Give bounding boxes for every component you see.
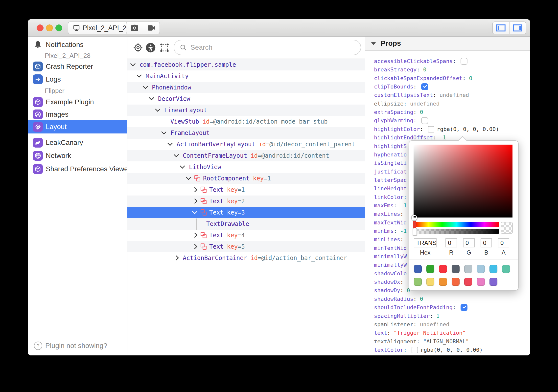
saturation-value-area[interactable] (414, 145, 512, 218)
preset-color-swatch[interactable] (439, 265, 447, 273)
tree-row[interactable]: ActionBarContainerid=@id/action_bar_cont… (127, 252, 365, 264)
chevron-right-icon[interactable] (193, 196, 200, 207)
checkbox-checked[interactable] (461, 304, 467, 311)
green-label: G (463, 249, 475, 256)
preset-color-swatch[interactable] (464, 278, 472, 286)
chevron-down-icon[interactable] (156, 105, 163, 116)
preset-color-swatch[interactable] (426, 265, 434, 273)
chevron-right-icon[interactable] (193, 241, 200, 253)
chevron-down-icon[interactable] (143, 82, 151, 93)
hue-slider[interactable] (414, 222, 499, 227)
chevron-down-icon[interactable] (174, 150, 182, 162)
prop-row: ellipsize: undefined (374, 100, 440, 108)
color-value-swatch[interactable] (428, 126, 434, 132)
props-section-header[interactable]: Props (365, 37, 530, 51)
chevron-right-icon[interactable] (174, 253, 182, 264)
sidebar-item-crash-reporter[interactable]: Crash Reporter (28, 60, 127, 73)
preset-color-swatch[interactable] (477, 265, 485, 273)
color-value-swatch[interactable] (412, 347, 418, 353)
chevron-down-icon[interactable] (193, 207, 200, 218)
search-input[interactable] (190, 41, 357, 54)
saturation-value-handle[interactable] (412, 215, 417, 220)
chevron-down-icon[interactable] (187, 173, 194, 184)
preset-color-swatch[interactable] (477, 278, 485, 286)
prop-row: maxEms: -1 (374, 201, 407, 210)
sidebar-item-images[interactable]: Images (28, 108, 127, 121)
sidebar-item-shared-preferences[interactable]: Shared Preferences Viewer (28, 162, 127, 176)
tree-row[interactable]: Textkey=3 (127, 207, 365, 218)
alpha-input[interactable] (498, 238, 509, 247)
toggle-left-sidebar-button[interactable] (493, 22, 509, 34)
chevron-down-icon[interactable] (181, 162, 188, 173)
flipper-window: Pixel_2_API_28 (28, 19, 530, 355)
alpha-slider-handle[interactable] (413, 228, 417, 236)
tree-row[interactable]: MainActivity (127, 70, 365, 82)
sidebar-item-example-plugin[interactable]: Example Plugin (28, 95, 127, 109)
sidebar-item-network[interactable]: Network (28, 149, 127, 162)
question-icon: ? (34, 342, 42, 350)
preset-color-swatch[interactable] (414, 265, 422, 273)
tree-row[interactable]: ContentFrameLayoutid=@android:id/content (127, 150, 365, 161)
tree-row[interactable]: ActionBarOverlayLayoutid=@id/decor_conte… (127, 139, 365, 150)
preset-color-swatch[interactable] (414, 278, 422, 286)
tree-node-attr-name: key (227, 186, 238, 193)
tree-row[interactable]: DecorView (127, 93, 365, 105)
sidebar-item-notifications[interactable]: Notifications (28, 38, 127, 51)
red-input[interactable] (445, 238, 457, 247)
toggle-right-sidebar-button[interactable] (509, 22, 526, 34)
sidebar-item-leakcanary[interactable]: LeakCanary (28, 136, 127, 149)
target-mode-icon[interactable] (133, 43, 143, 53)
tree-row[interactable]: Textkey=5 (127, 241, 365, 252)
chevron-right-icon[interactable] (193, 184, 200, 196)
blue-input[interactable] (481, 238, 492, 247)
green-input[interactable] (463, 238, 475, 247)
sidebar-item-layout[interactable]: Layout (28, 120, 127, 133)
preset-color-swatch[interactable] (452, 265, 460, 273)
tree-row[interactable]: Textkey=2 (127, 196, 365, 207)
tree-row[interactable]: PhoneWindow (127, 82, 365, 93)
tree-row[interactable]: LithoView (127, 161, 365, 173)
screen-record-button[interactable] (143, 22, 160, 34)
alpha-slider[interactable] (414, 229, 499, 234)
tree-node-name: RootComponent (203, 175, 250, 182)
chevron-down-icon[interactable] (137, 71, 145, 82)
hex-input[interactable] (414, 238, 437, 247)
preset-color-swatch[interactable] (502, 265, 510, 273)
screenshot-button[interactable] (126, 22, 143, 34)
chevron-down-icon[interactable] (162, 128, 169, 139)
zoom-window-button[interactable] (55, 24, 62, 31)
prop-row: isSingleLi (374, 159, 407, 167)
preset-color-swatch[interactable] (489, 278, 497, 286)
chevron-down-icon[interactable] (150, 93, 157, 105)
prop-separator: : (453, 58, 459, 64)
checkbox-checked[interactable] (421, 83, 428, 90)
prop-separator: : (387, 330, 394, 336)
checkbox-unchecked[interactable] (421, 117, 428, 124)
preset-color-swatch[interactable] (439, 278, 447, 286)
prop-separator: : (413, 321, 420, 327)
tree-row[interactable]: TextDrawable (127, 218, 365, 230)
tree-row[interactable]: FrameLayout (127, 127, 365, 139)
chevron-down-icon[interactable] (131, 59, 139, 71)
prop-row: minimallyW (374, 261, 407, 269)
chevron-down-icon[interactable] (168, 139, 176, 150)
preset-color-swatch[interactable] (426, 278, 434, 286)
preset-color-swatch[interactable] (452, 278, 460, 286)
sidebar-item-logs[interactable]: Logs (28, 73, 127, 86)
select-element-icon[interactable] (159, 43, 170, 53)
tree-row[interactable]: LinearLayout (127, 105, 365, 116)
device-selector-button[interactable]: Pixel_2_API_28 (68, 22, 135, 34)
accessibility-mode-icon[interactable] (145, 43, 156, 53)
checkbox-unchecked[interactable] (461, 58, 467, 65)
minimize-window-button[interactable] (46, 24, 53, 31)
chevron-right-icon[interactable] (193, 230, 200, 241)
tree-row[interactable]: RootComponentkey=1 (127, 173, 365, 184)
close-window-button[interactable] (37, 24, 44, 31)
preset-color-swatch[interactable] (489, 265, 497, 273)
tree-row[interactable]: com.facebook.flipper.sample (127, 59, 365, 70)
tree-row[interactable]: Textkey=4 (127, 230, 365, 241)
preset-color-swatch[interactable] (464, 265, 472, 273)
tree-row[interactable]: Textkey=1 (127, 184, 365, 196)
plugin-not-showing-link[interactable]: ? Plugin not showing? (34, 342, 107, 350)
tree-row[interactable]: ViewStubid=@android:id/action_mode_bar_s… (127, 116, 365, 127)
